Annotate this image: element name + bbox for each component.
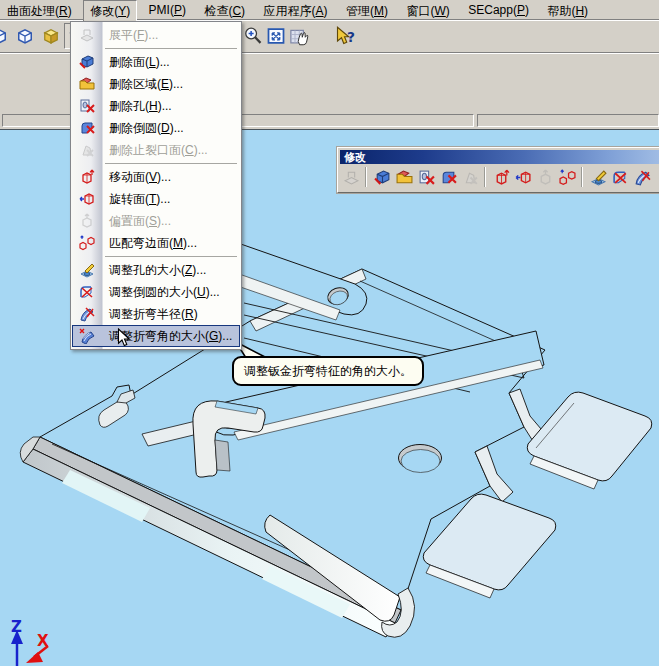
menu-item-bend-radius[interactable]: 调整折弯半径(R) (72, 303, 240, 325)
tb-resize-round[interactable] (610, 167, 630, 187)
context-help[interactable] (333, 23, 356, 49)
menu-item-delete-hole[interactable]: 删除孔(H)... (72, 95, 240, 117)
view-style-shaded[interactable] (38, 23, 64, 49)
menu-window[interactable]: 窗口(W) (399, 0, 456, 22)
tb-delete-round[interactable] (438, 167, 458, 187)
menu-pmi[interactable]: PMI(P) (142, 0, 193, 19)
menu-secapp[interactable]: SECapp(P) (461, 0, 536, 19)
tb-delete-hole[interactable] (416, 167, 436, 187)
menu-item-offset-face[interactable]: 偏置面(S)... (72, 210, 240, 232)
zoom-tools-group (241, 23, 356, 49)
part-center-hole (399, 445, 442, 473)
tooltip: 调整钣金折弯特征的角的大小。 (232, 356, 424, 386)
menu-item-match-flange-face[interactable]: 匹配弯边面(M)... (72, 232, 240, 254)
menu-item-resize-hole[interactable]: 调整孔的大小(Z)... (72, 259, 240, 281)
separator (482, 167, 489, 187)
tb-rotate-face[interactable] (513, 167, 533, 187)
menu-item-move-face[interactable]: 移动面(V)... (72, 166, 240, 188)
menu-item-bend-angle[interactable]: 调整折弯角的大小(G)... (72, 325, 240, 347)
fit-view[interactable] (264, 23, 287, 49)
tb-delete-region[interactable] (394, 167, 414, 187)
menu-item-delete-rip-face[interactable]: 删除止裂口面(C)... (72, 139, 240, 161)
floating-toolbar-title[interactable]: 修改 (340, 150, 659, 164)
menu-item-delete-round[interactable]: 删除倒圆(D)... (72, 117, 240, 139)
tb-match-flange-face[interactable] (557, 167, 577, 187)
menu-inspect[interactable]: 检查(C) (197, 0, 252, 22)
dock-strip-right (477, 114, 659, 127)
modify-dropdown-menu: 展平(F)... 删除面(L)... 删除区域(E)... 删除孔(H)... … (70, 21, 242, 350)
menu-surface-processing[interactable]: 曲面处理(R) (0, 0, 79, 22)
tb-offset-face[interactable] (535, 167, 555, 187)
view-style-hidden-edges[interactable] (12, 23, 38, 49)
menu-help[interactable]: 帮助(H) (540, 0, 595, 22)
axis-x-arrow (26, 652, 43, 663)
menu-modify[interactable]: 修改(Y) (83, 0, 137, 22)
menu-item-delete-face[interactable]: 删除面(L)... (72, 51, 240, 73)
menu-manage[interactable]: 管理(M) (339, 0, 395, 22)
menu-applications[interactable]: 应用程序(A) (257, 0, 335, 22)
coordinate-triad: Z X (0, 606, 80, 666)
tb-delete-rip-face[interactable] (460, 167, 480, 187)
tb-delete-face[interactable] (372, 167, 392, 187)
tb-move-face[interactable] (491, 167, 511, 187)
view-style-wireframe[interactable] (0, 23, 12, 49)
separator (310, 23, 333, 49)
menu-item-resize-round[interactable]: 调整倒圆的大小(U)... (72, 281, 240, 303)
floating-toolbar-icons (340, 164, 659, 190)
tb-flatten[interactable] (341, 167, 361, 187)
pan[interactable] (287, 23, 310, 49)
zoom-area[interactable] (241, 23, 264, 49)
part-upper-right-tab (509, 389, 652, 489)
tb-bend-radius[interactable] (632, 167, 652, 187)
separator (363, 167, 370, 187)
menu-item-delete-region[interactable]: 删除区域(E)... (72, 73, 240, 95)
menu-item-flatten[interactable]: 展平(F)... (72, 24, 240, 46)
mouse-cursor (117, 328, 132, 348)
menubar: 曲面处理(R) 修改(Y) PMI(P) 检查(C) 应用程序(A) 管理(M)… (0, 0, 659, 21)
separator (579, 167, 586, 187)
tb-resize-hole[interactable] (588, 167, 608, 187)
menu-item-rotate-face[interactable]: 旋转面(T)... (72, 188, 240, 210)
floating-modify-toolbar[interactable]: 修改 (337, 147, 659, 193)
